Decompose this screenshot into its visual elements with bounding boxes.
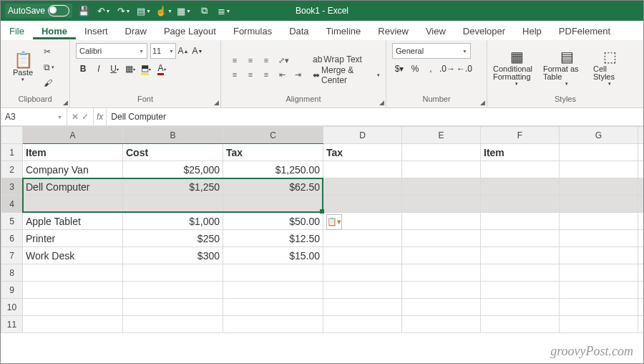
- redo-icon[interactable]: ↷▼: [115, 2, 132, 19]
- cell-D3[interactable]: [323, 178, 402, 196]
- cell-A3[interactable]: Dell Computer: [23, 178, 123, 196]
- cell-B7[interactable]: $300: [123, 247, 223, 264]
- row-header-7[interactable]: 7: [1, 247, 23, 264]
- column-header-C[interactable]: C: [223, 127, 323, 144]
- row-header-5[interactable]: 5: [1, 213, 23, 230]
- row-header-10[interactable]: 10: [1, 299, 23, 316]
- worksheet-grid[interactable]: ABCDEFGH1ItemCostTaxTaxItem2Company Van$…: [1, 126, 643, 363]
- cell-G6[interactable]: [560, 230, 638, 247]
- cell-D8[interactable]: [323, 264, 402, 282]
- paste-button[interactable]: 📋 Paste▾: [6, 52, 39, 82]
- enter-icon[interactable]: ✓: [82, 112, 89, 122]
- cell-A9[interactable]: [23, 282, 123, 299]
- column-header-E[interactable]: E: [402, 127, 481, 144]
- cell-F3[interactable]: [481, 178, 560, 196]
- cell-G4[interactable]: [560, 196, 638, 213]
- cell-B2[interactable]: $25,000: [123, 161, 223, 178]
- cell-F11[interactable]: [481, 316, 560, 333]
- cut-icon[interactable]: ✂: [44, 47, 51, 57]
- cell-E3[interactable]: [402, 178, 481, 196]
- save-icon[interactable]: 💾: [75, 2, 92, 19]
- cell-H1[interactable]: [638, 144, 644, 161]
- cell-A10[interactable]: [23, 299, 123, 316]
- font-size-select[interactable]: 11▼: [150, 43, 176, 59]
- indent-inc-icon[interactable]: ⇥: [290, 67, 306, 82]
- cell-E11[interactable]: [402, 316, 481, 333]
- cell-B8[interactable]: [123, 264, 223, 282]
- cell-H3[interactable]: [638, 178, 644, 196]
- cell-G10[interactable]: [560, 299, 638, 316]
- cell-B11[interactable]: [123, 316, 223, 333]
- row-header-4[interactable]: 4: [1, 196, 23, 213]
- cell-D6[interactable]: [323, 230, 402, 247]
- percent-button[interactable]: %: [408, 62, 422, 76]
- cell-H4[interactable]: [638, 196, 644, 213]
- row-header-9[interactable]: 9: [1, 282, 23, 299]
- column-header-D[interactable]: D: [323, 127, 402, 144]
- cell-C8[interactable]: [223, 264, 323, 282]
- cell-H6[interactable]: [638, 230, 644, 247]
- row-header-11[interactable]: 11: [1, 316, 23, 333]
- cell-D10[interactable]: [323, 299, 402, 316]
- align-right-icon[interactable]: ≡: [258, 67, 274, 82]
- underline-button[interactable]: U▾: [107, 62, 122, 76]
- launcher-icon[interactable]: ◢: [379, 99, 384, 106]
- cell-G5[interactable]: [560, 213, 638, 230]
- tab-data[interactable]: Data: [280, 23, 317, 39]
- font-color-button[interactable]: A▾: [155, 62, 169, 76]
- column-header-A[interactable]: A: [23, 127, 123, 144]
- cell-C11[interactable]: [223, 316, 323, 333]
- tab-timeline[interactable]: Timeline: [318, 23, 370, 39]
- cell-H7[interactable]: [638, 247, 644, 264]
- copy-icon[interactable]: ⧉: [44, 62, 50, 72]
- cell-D1[interactable]: Tax: [323, 144, 402, 161]
- cell-B10[interactable]: [123, 299, 223, 316]
- cell-D4[interactable]: [323, 196, 402, 213]
- cell-A8[interactable]: [23, 264, 123, 282]
- cell-E9[interactable]: [402, 282, 481, 299]
- cell-E6[interactable]: [402, 230, 481, 247]
- tab-formulas[interactable]: Formulas: [225, 23, 280, 39]
- paste-options-button[interactable]: 📋▾: [326, 214, 342, 230]
- cell-C3[interactable]: $62.50: [223, 178, 323, 196]
- cell-F9[interactable]: [481, 282, 560, 299]
- tab-pdfelement[interactable]: PDFelement: [550, 23, 619, 39]
- align-middle-icon[interactable]: ≡: [243, 53, 258, 67]
- decrease-font-icon[interactable]: A▼: [190, 44, 205, 58]
- cell-G8[interactable]: [560, 264, 638, 282]
- align-left-icon[interactable]: ≡: [227, 67, 243, 82]
- cell-C6[interactable]: $12.50: [223, 230, 323, 247]
- number-format-select[interactable]: General▼: [392, 43, 471, 59]
- cell-B6[interactable]: $250: [123, 230, 223, 247]
- cell-A7[interactable]: Work Desk: [23, 247, 123, 264]
- indent-dec-icon[interactable]: ⇤: [274, 67, 290, 82]
- tab-view[interactable]: View: [417, 23, 454, 39]
- cell-A2[interactable]: Company Van: [23, 161, 123, 178]
- wrap-text-button[interactable]: ab Wrap Text: [313, 52, 380, 67]
- cell-E4[interactable]: [402, 196, 481, 213]
- fill-color-button[interactable]: ⬒▾: [139, 62, 153, 76]
- cell-E7[interactable]: [402, 247, 481, 264]
- cell-E10[interactable]: [402, 299, 481, 316]
- align-top-icon[interactable]: ≡: [227, 53, 243, 67]
- cell-F1[interactable]: Item: [481, 144, 560, 161]
- column-header-G[interactable]: G: [560, 127, 638, 144]
- cell-B4[interactable]: [123, 196, 223, 213]
- autosave-toggle[interactable]: AutoSave: [5, 4, 72, 18]
- cell-D2[interactable]: [323, 161, 402, 178]
- cell-C2[interactable]: $1,250.00: [223, 161, 323, 178]
- formula-input[interactable]: Dell Computer: [107, 112, 170, 122]
- cell-F10[interactable]: [481, 299, 560, 316]
- italic-button[interactable]: I: [92, 62, 106, 76]
- cell-E5[interactable]: [402, 213, 481, 230]
- align-center-icon[interactable]: ≡: [243, 67, 258, 82]
- font-name-select[interactable]: Calibri▼: [76, 43, 147, 59]
- cell-H8[interactable]: [638, 264, 644, 282]
- cell-F7[interactable]: [481, 247, 560, 264]
- row-header-3[interactable]: 3: [1, 178, 23, 196]
- cell-styles-button[interactable]: ⬚Cell Styles▾: [593, 48, 626, 87]
- cell-G9[interactable]: [560, 282, 638, 299]
- cell-C9[interactable]: [223, 282, 323, 299]
- cell-D9[interactable]: [323, 282, 402, 299]
- orientation-icon[interactable]: ⤢▾: [274, 53, 290, 67]
